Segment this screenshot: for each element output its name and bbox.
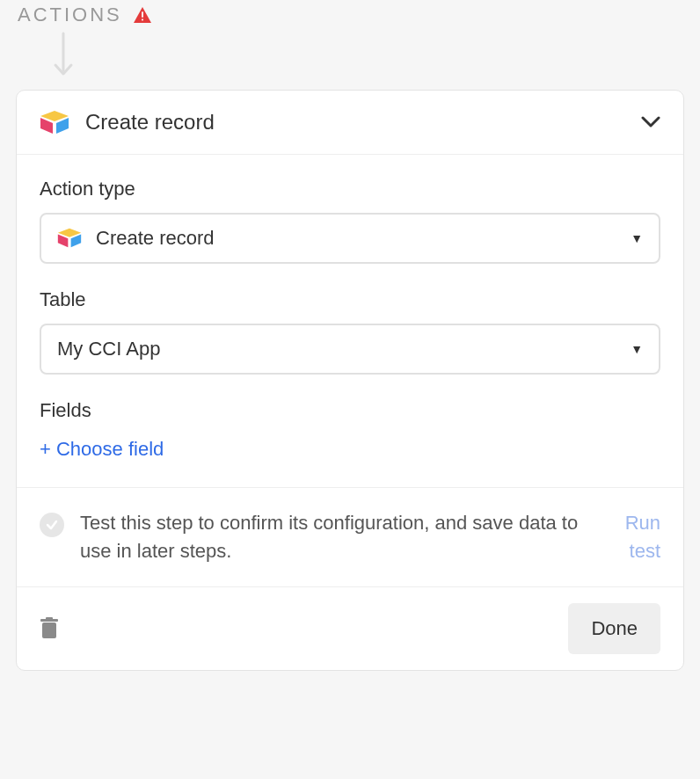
warning-icon [133, 6, 152, 24]
action-type-label: Action type [40, 178, 660, 200]
action-card: Create record Action type Create record … [16, 90, 684, 671]
table-label: Table [40, 288, 660, 311]
check-circle-icon [40, 513, 64, 537]
table-select[interactable]: My CCI App ▼ [40, 324, 660, 375]
delete-action-button[interactable] [40, 617, 59, 640]
test-step-text: Test this step to confirm its configurat… [80, 509, 592, 565]
done-button[interactable]: Done [568, 603, 660, 654]
run-test-button[interactable]: Run test [608, 509, 660, 565]
svg-marker-5 [56, 118, 69, 134]
test-step-row: Test this step to confirm its configurat… [17, 488, 683, 587]
caret-down-icon: ▼ [631, 231, 643, 245]
svg-marker-4 [40, 118, 53, 134]
table-value: My CCI App [57, 338, 616, 360]
svg-rect-1 [142, 19, 143, 21]
action-type-select[interactable]: Create record ▼ [40, 213, 660, 264]
chevron-down-icon [641, 116, 660, 128]
choose-field-button[interactable]: + Choose field [40, 438, 164, 461]
action-card-header[interactable]: Create record [17, 91, 683, 155]
action-config-body: Action type Create record ▼ Table My CCI… [17, 155, 683, 488]
actions-section-header: ACTIONS [16, 0, 684, 26]
fields-label: Fields [40, 399, 660, 422]
action-footer: Done [17, 587, 683, 670]
airtable-icon [57, 228, 82, 249]
flow-arrow [16, 26, 684, 90]
svg-rect-0 [142, 11, 143, 17]
action-title: Create record [85, 110, 625, 135]
caret-down-icon: ▼ [631, 342, 643, 356]
svg-rect-9 [42, 622, 56, 638]
actions-section-title: ACTIONS [18, 4, 122, 26]
choose-field-label: + Choose field [40, 438, 164, 461]
svg-rect-11 [46, 617, 53, 620]
airtable-icon [40, 110, 69, 135]
action-type-value: Create record [96, 227, 616, 250]
svg-marker-7 [58, 234, 69, 247]
svg-marker-8 [71, 234, 82, 247]
